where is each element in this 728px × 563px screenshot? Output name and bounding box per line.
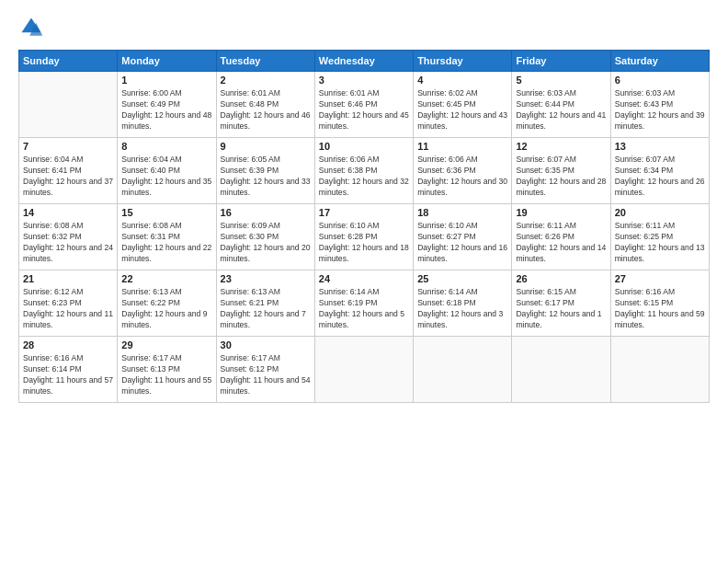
calendar-cell: 12Sunrise: 6:07 AMSunset: 6:35 PMDayligh… bbox=[512, 138, 610, 204]
calendar-cell: 20Sunrise: 6:11 AMSunset: 6:25 PMDayligh… bbox=[610, 204, 709, 270]
weekday-sunday: Sunday bbox=[19, 51, 118, 72]
calendar-cell bbox=[610, 337, 709, 403]
day-info: Sunrise: 6:11 AMSunset: 6:26 PMDaylight:… bbox=[516, 220, 606, 264]
day-info: Sunrise: 6:07 AMSunset: 6:34 PMDaylight:… bbox=[615, 154, 705, 198]
calendar-week-4: 21Sunrise: 6:12 AMSunset: 6:23 PMDayligh… bbox=[19, 270, 710, 337]
calendar-week-2: 7Sunrise: 6:04 AMSunset: 6:41 PMDaylight… bbox=[19, 138, 710, 204]
day-number: 21 bbox=[23, 273, 113, 284]
day-info: Sunrise: 6:07 AMSunset: 6:35 PMDaylight:… bbox=[516, 154, 606, 198]
day-number: 27 bbox=[615, 273, 705, 284]
header bbox=[18, 15, 710, 40]
day-info: Sunrise: 6:08 AMSunset: 6:31 PMDaylight:… bbox=[121, 220, 211, 264]
day-number: 26 bbox=[516, 273, 606, 284]
calendar-cell: 13Sunrise: 6:07 AMSunset: 6:34 PMDayligh… bbox=[610, 138, 709, 204]
day-info: Sunrise: 6:11 AMSunset: 6:25 PMDaylight:… bbox=[615, 220, 705, 264]
weekday-tuesday: Tuesday bbox=[216, 51, 314, 72]
calendar-cell: 10Sunrise: 6:06 AMSunset: 6:38 PMDayligh… bbox=[314, 138, 413, 204]
day-number: 24 bbox=[319, 273, 409, 284]
calendar-cell: 19Sunrise: 6:11 AMSunset: 6:26 PMDayligh… bbox=[512, 204, 610, 270]
day-number: 18 bbox=[417, 207, 507, 218]
calendar-cell: 3Sunrise: 6:01 AMSunset: 6:46 PMDaylight… bbox=[314, 72, 413, 138]
calendar-week-1: 1Sunrise: 6:00 AMSunset: 6:49 PMDaylight… bbox=[19, 72, 710, 138]
day-number: 15 bbox=[121, 207, 211, 218]
calendar-cell: 23Sunrise: 6:13 AMSunset: 6:21 PMDayligh… bbox=[216, 270, 314, 337]
day-number: 3 bbox=[319, 75, 409, 86]
weekday-wednesday: Wednesday bbox=[314, 51, 413, 72]
calendar-cell: 11Sunrise: 6:06 AMSunset: 6:36 PMDayligh… bbox=[414, 138, 512, 204]
day-number: 9 bbox=[221, 141, 311, 152]
calendar-week-5: 28Sunrise: 6:16 AMSunset: 6:14 PMDayligh… bbox=[19, 337, 710, 403]
calendar-cell: 28Sunrise: 6:16 AMSunset: 6:14 PMDayligh… bbox=[19, 337, 118, 403]
weekday-monday: Monday bbox=[118, 51, 216, 72]
day-number: 16 bbox=[221, 207, 311, 218]
day-number: 5 bbox=[516, 75, 606, 86]
day-number: 10 bbox=[319, 141, 409, 152]
day-info: Sunrise: 6:05 AMSunset: 6:39 PMDaylight:… bbox=[221, 154, 311, 198]
day-number: 22 bbox=[121, 273, 211, 284]
calendar-cell: 2Sunrise: 6:01 AMSunset: 6:48 PMDaylight… bbox=[216, 72, 314, 138]
day-info: Sunrise: 6:09 AMSunset: 6:30 PMDaylight:… bbox=[221, 220, 311, 264]
day-info: Sunrise: 6:00 AMSunset: 6:49 PMDaylight:… bbox=[121, 87, 211, 132]
calendar-cell: 18Sunrise: 6:10 AMSunset: 6:27 PMDayligh… bbox=[414, 204, 512, 270]
weekday-thursday: Thursday bbox=[414, 51, 512, 72]
calendar-cell: 21Sunrise: 6:12 AMSunset: 6:23 PMDayligh… bbox=[19, 270, 118, 337]
day-info: Sunrise: 6:04 AMSunset: 6:40 PMDaylight:… bbox=[121, 154, 211, 198]
calendar-cell: 22Sunrise: 6:13 AMSunset: 6:22 PMDayligh… bbox=[118, 270, 216, 337]
calendar-header: SundayMondayTuesdayWednesdayThursdayFrid… bbox=[19, 51, 710, 72]
calendar-cell: 4Sunrise: 6:02 AMSunset: 6:45 PMDaylight… bbox=[414, 72, 512, 138]
calendar-table: SundayMondayTuesdayWednesdayThursdayFrid… bbox=[18, 50, 710, 403]
day-number: 7 bbox=[23, 141, 113, 152]
calendar-cell: 14Sunrise: 6:08 AMSunset: 6:32 PMDayligh… bbox=[19, 204, 118, 270]
day-info: Sunrise: 6:14 AMSunset: 6:19 PMDaylight:… bbox=[319, 286, 409, 330]
day-number: 17 bbox=[319, 207, 409, 218]
day-info: Sunrise: 6:15 AMSunset: 6:17 PMDaylight:… bbox=[516, 286, 606, 330]
calendar-cell: 16Sunrise: 6:09 AMSunset: 6:30 PMDayligh… bbox=[216, 204, 314, 270]
calendar-cell: 30Sunrise: 6:17 AMSunset: 6:12 PMDayligh… bbox=[216, 337, 314, 403]
calendar-cell: 26Sunrise: 6:15 AMSunset: 6:17 PMDayligh… bbox=[512, 270, 610, 337]
day-number: 2 bbox=[221, 75, 311, 86]
calendar-cell bbox=[512, 337, 610, 403]
calendar-cell: 5Sunrise: 6:03 AMSunset: 6:44 PMDaylight… bbox=[512, 72, 610, 138]
weekday-header-row: SundayMondayTuesdayWednesdayThursdayFrid… bbox=[19, 51, 710, 72]
calendar-cell: 9Sunrise: 6:05 AMSunset: 6:39 PMDaylight… bbox=[216, 138, 314, 204]
weekday-friday: Friday bbox=[512, 51, 610, 72]
day-info: Sunrise: 6:08 AMSunset: 6:32 PMDaylight:… bbox=[23, 220, 113, 264]
day-number: 28 bbox=[23, 339, 113, 350]
calendar-cell: 1Sunrise: 6:00 AMSunset: 6:49 PMDaylight… bbox=[118, 72, 216, 138]
day-number: 11 bbox=[417, 141, 507, 152]
day-number: 4 bbox=[417, 75, 507, 86]
day-number: 13 bbox=[615, 141, 705, 152]
calendar-cell bbox=[414, 337, 512, 403]
calendar-cell: 6Sunrise: 6:03 AMSunset: 6:43 PMDaylight… bbox=[610, 72, 709, 138]
day-info: Sunrise: 6:17 AMSunset: 6:13 PMDaylight:… bbox=[121, 352, 211, 396]
calendar-cell bbox=[19, 72, 118, 138]
calendar-cell: 27Sunrise: 6:16 AMSunset: 6:15 PMDayligh… bbox=[610, 270, 709, 337]
calendar-cell: 8Sunrise: 6:04 AMSunset: 6:40 PMDaylight… bbox=[118, 138, 216, 204]
day-number: 25 bbox=[417, 273, 507, 284]
day-number: 1 bbox=[121, 75, 211, 86]
day-info: Sunrise: 6:01 AMSunset: 6:48 PMDaylight:… bbox=[221, 87, 311, 132]
day-info: Sunrise: 6:10 AMSunset: 6:28 PMDaylight:… bbox=[319, 220, 409, 264]
day-info: Sunrise: 6:10 AMSunset: 6:27 PMDaylight:… bbox=[417, 220, 507, 264]
day-number: 12 bbox=[516, 141, 606, 152]
day-info: Sunrise: 6:13 AMSunset: 6:22 PMDaylight:… bbox=[121, 286, 211, 330]
day-number: 6 bbox=[615, 75, 705, 86]
weekday-saturday: Saturday bbox=[610, 51, 709, 72]
logo-icon bbox=[18, 15, 44, 40]
calendar-body: 1Sunrise: 6:00 AMSunset: 6:49 PMDaylight… bbox=[19, 72, 710, 403]
day-info: Sunrise: 6:03 AMSunset: 6:44 PMDaylight:… bbox=[516, 87, 606, 132]
day-info: Sunrise: 6:16 AMSunset: 6:14 PMDaylight:… bbox=[23, 352, 113, 396]
day-number: 8 bbox=[121, 141, 211, 152]
day-info: Sunrise: 6:06 AMSunset: 6:36 PMDaylight:… bbox=[417, 154, 507, 198]
day-info: Sunrise: 6:17 AMSunset: 6:12 PMDaylight:… bbox=[221, 352, 311, 396]
day-info: Sunrise: 6:16 AMSunset: 6:15 PMDaylight:… bbox=[615, 286, 705, 330]
day-info: Sunrise: 6:02 AMSunset: 6:45 PMDaylight:… bbox=[417, 87, 507, 132]
day-info: Sunrise: 6:12 AMSunset: 6:23 PMDaylight:… bbox=[23, 286, 113, 330]
calendar-cell: 25Sunrise: 6:14 AMSunset: 6:18 PMDayligh… bbox=[414, 270, 512, 337]
day-number: 23 bbox=[221, 273, 311, 284]
day-number: 20 bbox=[615, 207, 705, 218]
calendar-cell: 7Sunrise: 6:04 AMSunset: 6:41 PMDaylight… bbox=[19, 138, 118, 204]
day-info: Sunrise: 6:06 AMSunset: 6:38 PMDaylight:… bbox=[319, 154, 409, 198]
day-info: Sunrise: 6:13 AMSunset: 6:21 PMDaylight:… bbox=[221, 286, 311, 330]
day-number: 14 bbox=[23, 207, 113, 218]
